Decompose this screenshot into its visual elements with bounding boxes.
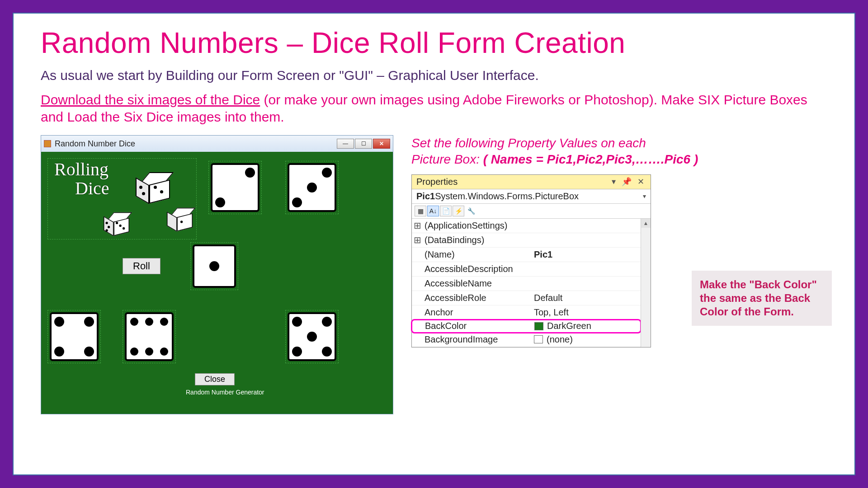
iso-die-1: [134, 172, 170, 204]
expand-icon[interactable]: ⊞: [412, 235, 423, 245]
property-row[interactable]: AccessibleDescription: [412, 262, 641, 277]
properties-toolbar: ▦ A↓ 📄 ⚡ 🔧: [412, 204, 651, 219]
alphabetical-icon[interactable]: A↓: [427, 206, 439, 216]
slide-card: Random Numbers – Dice Roll Form Creation…: [13, 13, 855, 475]
logo-text-line2: Dice: [48, 178, 114, 197]
object-dropdown-icon[interactable]: ▾: [643, 192, 646, 200]
categorized-icon[interactable]: ▦: [415, 206, 426, 216]
property-value[interactable]: DarkGreen: [532, 321, 640, 331]
pic2-picturebox[interactable]: [208, 161, 262, 214]
selected-object-name: Pic1: [416, 191, 435, 202]
wrench-icon[interactable]: 🔧: [465, 206, 477, 216]
properties-body: ⊞(ApplicationSettings)⊞(DataBindings)(Na…: [412, 219, 651, 347]
die-face-6: [125, 312, 174, 361]
close-button[interactable]: Close: [195, 373, 235, 385]
properties-object-row[interactable]: Pic1 System.Windows.Forms.PictureBox ▾: [412, 189, 651, 204]
property-key: Anchor: [423, 307, 531, 318]
die-face-1: [193, 244, 236, 288]
property-value[interactable]: Pic1: [531, 249, 641, 260]
dice-form-window: Random Number Dice — ☐ ✕ Rolling Dice: [41, 135, 393, 414]
maximize-button[interactable]: ☐: [355, 139, 372, 149]
property-key: AccessibleDescription: [423, 264, 531, 274]
form-caption: Random Number Generator: [186, 389, 264, 396]
roll-button[interactable]: Roll: [123, 258, 160, 274]
logo-text-line1: Rolling: [48, 159, 113, 178]
lower-content: Random Number Dice — ☐ ✕ Rolling Dice: [41, 135, 827, 414]
iso-die-3: [102, 212, 129, 236]
pic1-picturebox[interactable]: [190, 242, 238, 290]
minimize-button[interactable]: —: [337, 139, 354, 149]
slide-frame: Random Numbers – Dice Roll Form Creation…: [0, 0, 868, 488]
property-key: BackColor: [423, 321, 532, 331]
property-value[interactable]: Default: [531, 293, 641, 303]
pic3-picturebox[interactable]: [285, 161, 339, 214]
property-key: (Name): [423, 249, 531, 260]
pic6-picturebox[interactable]: [123, 310, 176, 363]
pic4-picturebox[interactable]: [47, 310, 101, 363]
die-face-3: [288, 163, 336, 212]
form-body: Rolling Dice: [41, 152, 393, 414]
color-swatch: [534, 322, 543, 330]
property-pages-icon[interactable]: 📄: [440, 206, 452, 216]
pic5-picturebox[interactable]: [285, 310, 339, 363]
selected-object-type: System.Windows.Forms.PictureBox: [435, 191, 579, 202]
instr-names: ( Names = Pic1,Pic2,Pic3,…….Pic6 ): [483, 152, 698, 166]
die-face-2: [211, 163, 259, 212]
die-face-4: [50, 312, 99, 361]
download-link[interactable]: Download the six images of the Dice: [41, 92, 260, 107]
rolling-dice-logo: Rolling Dice: [47, 158, 197, 239]
window-close-button[interactable]: ✕: [373, 139, 390, 149]
color-swatch: [534, 335, 543, 343]
property-key: AccessibleRole: [423, 293, 531, 303]
properties-panel: Properties ▾ 📌 ✕ Pic1 System.Windows.For…: [411, 174, 651, 347]
property-key: BackgroundImage: [423, 334, 531, 345]
property-row[interactable]: AccessibleName: [412, 277, 641, 291]
page-title: Random Numbers – Dice Roll Form Creation: [41, 26, 827, 60]
property-row[interactable]: ⊞(DataBindings): [412, 233, 641, 248]
property-value[interactable]: Top, Left: [531, 307, 641, 318]
app-icon: [44, 140, 51, 147]
property-instruction: Set the following Property Values on eac…: [411, 135, 827, 168]
property-key: (ApplicationSettings): [423, 221, 531, 231]
expand-icon[interactable]: ⊞: [412, 220, 423, 231]
window-titlebar[interactable]: Random Number Dice — ☐ ✕: [41, 136, 393, 152]
window-title: Random Number Dice: [55, 139, 135, 149]
scroll-up-icon[interactable]: ▲: [641, 219, 651, 228]
property-value[interactable]: (none): [531, 334, 641, 345]
properties-grid[interactable]: ⊞(ApplicationSettings)⊞(DataBindings)(Na…: [412, 219, 641, 347]
properties-scrollbar[interactable]: ▲: [641, 219, 651, 347]
property-key: AccessibleName: [423, 278, 531, 289]
properties-title: Properties: [416, 177, 458, 187]
properties-titlebar[interactable]: Properties ▾ 📌 ✕: [412, 175, 651, 189]
events-icon[interactable]: ⚡: [453, 206, 464, 216]
property-row[interactable]: AccessibleRoleDefault: [412, 291, 641, 305]
property-row[interactable]: ⊞(ApplicationSettings): [412, 219, 641, 233]
instr-line1: Set the following Property Values on eac…: [411, 136, 646, 150]
intro-text: As usual we start by Building our Form S…: [41, 68, 827, 83]
property-row[interactable]: BackgroundImage(none): [412, 333, 641, 347]
instruction-paragraph: Download the six images of the Dice (or …: [41, 91, 827, 125]
panel-action-icons[interactable]: ▾ 📌 ✕: [612, 177, 646, 187]
iso-die-2: [165, 208, 193, 232]
property-row[interactable]: BackColorDarkGreen: [411, 319, 642, 333]
backcolor-callout: Make the "Back Color" the same as the Ba…: [692, 271, 832, 326]
property-row[interactable]: (Name)Pic1: [412, 248, 641, 262]
property-key: (DataBindings): [423, 235, 531, 245]
right-column: Set the following Property Values on eac…: [411, 135, 827, 347]
property-row[interactable]: AnchorTop, Left: [412, 305, 641, 320]
instr-line2-prefix: Picture Box:: [411, 152, 483, 166]
die-face-5: [288, 312, 336, 361]
